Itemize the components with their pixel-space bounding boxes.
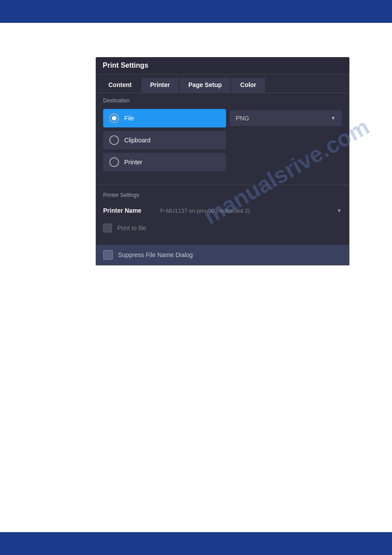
printer-settings-section: Printer Settings Printer Name P-MU1137 o… (96, 188, 349, 242)
destination-section-label: Destination (96, 93, 349, 106)
radio-circle-inner-file (112, 116, 116, 120)
top-bar (0, 0, 392, 23)
tab-printer[interactable]: Printer (141, 78, 179, 93)
file-row: File PNG ▼ (103, 109, 342, 127)
suppress-checkbox[interactable] (103, 250, 113, 260)
dialog-title-bar: Print Settings (96, 57, 349, 74)
dialog-title: Print Settings (103, 62, 148, 69)
print-settings-dialog: Print Settings Content Printer Page Setu… (96, 57, 349, 265)
printer-name-value: P-MU1137 on pmu00 (redirected 2) (160, 207, 250, 214)
radio-option-clipboard[interactable]: Clipboard (103, 131, 226, 149)
radio-option-printer[interactable]: Printer (103, 153, 226, 171)
tabs-row: Content Printer Page Setup Color (96, 74, 349, 93)
chevron-down-icon: ▼ (331, 115, 336, 121)
destination-section: File PNG ▼ Clipboard Printer (96, 106, 349, 182)
radio-circle-file (109, 113, 119, 123)
tab-color[interactable]: Color (231, 78, 265, 93)
printer-settings-section-label: Printer Settings (103, 192, 342, 203)
printer-name-dropdown[interactable]: P-MU1137 on pmu00 (redirected 2) ▼ (160, 207, 342, 214)
radio-option-file[interactable]: File (103, 109, 226, 127)
png-dropdown-value: PNG (236, 115, 249, 122)
print-to-file-label: Print to file (117, 225, 146, 232)
dialog-body: Content Printer Page Setup Color Destina… (96, 74, 349, 265)
radio-label-file: File (124, 115, 134, 122)
radio-label-clipboard: Clipboard (124, 137, 151, 144)
print-to-file-checkbox[interactable] (103, 224, 112, 232)
separator-1 (96, 185, 349, 185)
printer-name-label: Printer Name (103, 207, 160, 214)
suppress-row[interactable]: Suppress File Name Dialog (96, 245, 349, 265)
chevron-down-icon-printer: ▼ (336, 207, 342, 214)
tab-content[interactable]: Content (100, 78, 140, 93)
radio-circle-clipboard (109, 135, 119, 145)
png-dropdown[interactable]: PNG ▼ (230, 110, 342, 126)
suppress-label: Suppress File Name Dialog (118, 251, 193, 258)
radio-label-printer: Printer (124, 159, 142, 166)
tab-page-setup[interactable]: Page Setup (180, 78, 230, 93)
bottom-bar (0, 532, 392, 555)
print-to-file-row[interactable]: Print to file (103, 218, 342, 238)
printer-name-row: Printer Name P-MU1137 on pmu00 (redirect… (103, 203, 342, 218)
radio-circle-printer (109, 157, 119, 167)
